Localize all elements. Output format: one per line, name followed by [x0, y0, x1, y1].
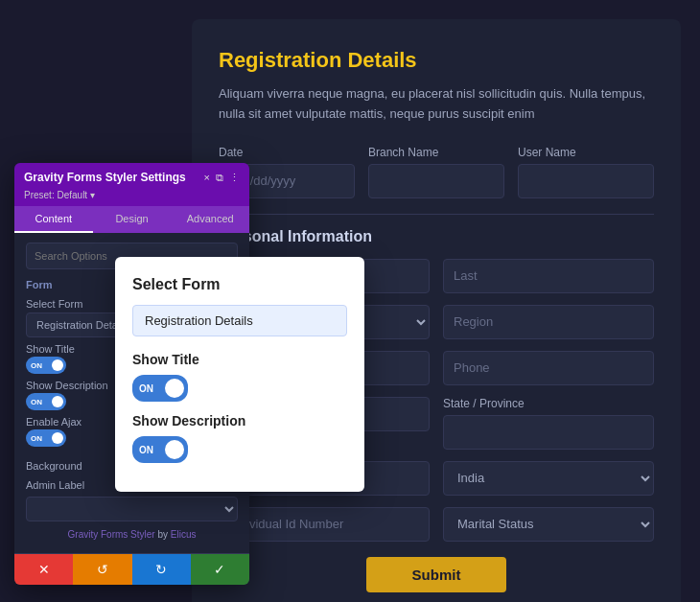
copy-icon[interactable]: ⧉: [216, 172, 223, 184]
popup-show-title-label: Show Title: [132, 352, 347, 367]
enable-ajax-toggle-knob: [52, 432, 63, 444]
region-group: [443, 305, 654, 339]
last-name-group: [443, 259, 654, 293]
branch-name-group: Branch Name: [368, 146, 504, 198]
redo-button[interactable]: ↻: [132, 554, 191, 585]
show-title-toggle[interactable]: ON: [26, 357, 66, 374]
last-name-input[interactable]: [443, 259, 654, 293]
show-description-label: Show Description: [26, 380, 108, 391]
popup-show-title-section: Show Title ON: [132, 352, 347, 402]
popup-show-title-knob: [165, 379, 184, 398]
enable-ajax-label: Enable Ajax: [26, 416, 82, 428]
show-title-toggle-knob: [52, 359, 63, 371]
phone-group: [443, 351, 654, 385]
popup-show-description-toggle[interactable]: ON: [132, 436, 188, 463]
show-title-label: Show Title: [26, 343, 75, 355]
state-province-label: State / Province: [443, 397, 654, 410]
date-label: Date: [219, 146, 355, 159]
more-icon[interactable]: ⋮: [229, 172, 240, 184]
enable-ajax-toggle[interactable]: ON: [26, 429, 66, 447]
region-input[interactable]: [443, 305, 654, 339]
popup-show-title-on-label: ON: [139, 383, 153, 394]
sidebar-tabs: Content Design Advanced: [14, 206, 249, 233]
footer-link-row: Gravity Forms Styler by Elicus: [26, 521, 238, 544]
popup-show-description-knob: [165, 440, 184, 459]
phone-input[interactable]: [443, 351, 654, 385]
form-row-7: Marital Status: [219, 507, 654, 542]
elicus-link[interactable]: Elicus: [171, 529, 197, 540]
marital-status-group: Marital Status: [443, 507, 654, 542]
user-name-input[interactable]: [518, 164, 654, 198]
sidebar-preset[interactable]: Preset: Default ▾: [14, 188, 249, 206]
submit-row: Submit: [219, 557, 654, 592]
personal-info-heading: Personal Information: [219, 228, 654, 245]
enable-ajax-toggle-label: ON: [31, 434, 42, 443]
user-name-group: User Name: [518, 146, 654, 198]
show-description-toggle[interactable]: ON: [26, 393, 66, 410]
confirm-button[interactable]: ✓: [191, 554, 249, 585]
state-province-input[interactable]: [443, 415, 654, 450]
registration-description: Aliquam viverra neque magna, eu placerat…: [219, 84, 654, 125]
branch-name-input[interactable]: [368, 164, 504, 198]
admin-label-select[interactable]: [26, 497, 238, 521]
show-description-toggle-knob: [52, 396, 63, 407]
tab-advanced[interactable]: Advanced: [171, 206, 249, 233]
popup-title: Select Form: [132, 276, 347, 293]
registration-title: Registration Details: [219, 48, 654, 73]
undo-button[interactable]: ↺: [73, 554, 131, 585]
close-icon[interactable]: ×: [204, 172, 210, 183]
branch-name-label: Branch Name: [368, 146, 504, 159]
tab-content[interactable]: Content: [14, 206, 93, 233]
show-title-toggle-label: ON: [31, 361, 42, 370]
country-select[interactable]: India: [443, 461, 654, 496]
section-divider: [219, 214, 654, 215]
country-group: India: [443, 461, 654, 496]
marital-status-select[interactable]: Marital Status: [443, 507, 654, 542]
gravity-forms-styler-link[interactable]: Gravity Forms Styler: [68, 529, 155, 540]
individual-id-input[interactable]: [219, 507, 430, 542]
cancel-button[interactable]: ✕: [14, 554, 73, 585]
select-form-popup: Select Form Registration Details Show Ti…: [115, 257, 364, 492]
popup-show-description-label: Show Description: [132, 413, 347, 428]
sidebar-footer: ✕ ↺ ↻ ✓: [14, 553, 249, 585]
sidebar-title: Gravity Forms Styler Settings: [24, 171, 186, 184]
popup-show-description-section: Show Description ON: [132, 413, 347, 463]
individual-id-group: [219, 507, 430, 542]
state-province-group: State / Province: [443, 397, 654, 450]
submit-button[interactable]: Submit: [366, 557, 507, 592]
popup-show-title-toggle[interactable]: ON: [132, 375, 188, 402]
tab-design[interactable]: Design: [93, 206, 172, 233]
show-description-toggle-label: ON: [31, 398, 42, 406]
popup-registration-option[interactable]: Registration Details: [132, 305, 347, 336]
sidebar-header: Gravity Forms Styler Settings × ⧉ ⋮: [14, 163, 249, 188]
by-text: by: [157, 529, 170, 540]
sidebar-header-icons: × ⧉ ⋮: [204, 172, 240, 184]
user-name-label: User Name: [518, 146, 654, 159]
popup-show-description-on-label: ON: [139, 445, 153, 455]
form-row-1: Date Branch Name User Name: [219, 146, 654, 198]
